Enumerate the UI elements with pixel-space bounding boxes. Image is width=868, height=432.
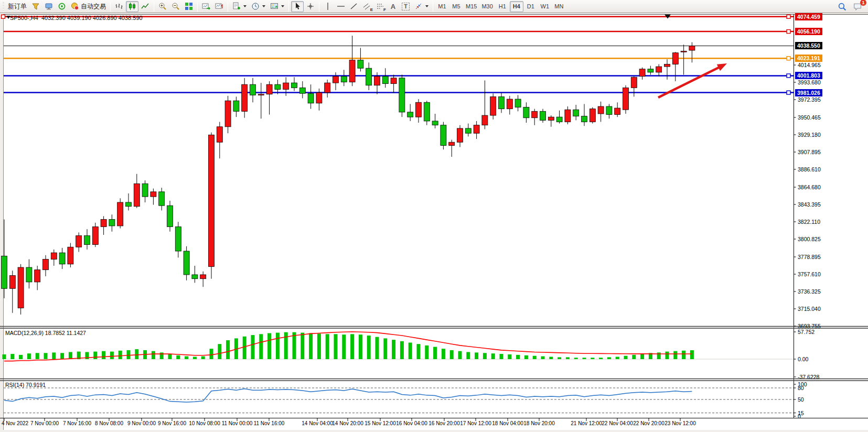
candlestick (316, 93, 322, 103)
channel-letter: E (370, 8, 373, 12)
history-button[interactable] (42, 1, 55, 12)
timeframe-m15[interactable]: M15 (464, 1, 479, 12)
timeframe-h1[interactable]: H1 (496, 1, 509, 12)
timeframe-w1[interactable]: W1 (538, 1, 552, 12)
templates-icon (270, 2, 278, 10)
candlestick (499, 96, 505, 109)
chart-symbol: SP500-,H4 (10, 15, 38, 21)
macd-histogram-bar (168, 354, 172, 359)
timeframe-m30[interactable]: M30 (479, 1, 495, 12)
candlestick (68, 247, 73, 264)
line-handle (787, 30, 790, 34)
timeframe-m1[interactable]: M1 (435, 1, 449, 12)
bar-chart-button[interactable] (113, 1, 125, 12)
macd-histogram-bar (549, 357, 553, 360)
candlestick (59, 253, 65, 264)
candlestick (606, 106, 612, 115)
line-handle (787, 91, 790, 94)
candlestick (532, 111, 538, 117)
macd-histogram-bar (293, 332, 296, 359)
dropdown-caret-icon (262, 5, 265, 7)
macd-histogram-bar (152, 351, 155, 359)
search-button[interactable] (835, 1, 849, 12)
macd-histogram-bar (466, 352, 470, 360)
candlestick (399, 78, 405, 112)
autotrading-button[interactable]: 自动交易 (69, 1, 108, 12)
candlestick (299, 88, 305, 93)
candlestick (416, 102, 422, 117)
trend-arrow-head (717, 63, 727, 71)
macd-histogram-bar (226, 340, 230, 359)
zoom-out-button[interactable] (169, 1, 182, 12)
cursor-button[interactable] (291, 1, 304, 12)
rsi-indicator-label: RSI(14) 70.9191 (5, 382, 46, 388)
auto-scroll-icon (202, 2, 210, 10)
candlestick (200, 275, 206, 279)
candlestick (556, 117, 562, 122)
macd-histogram-bar (259, 334, 263, 359)
experts-button[interactable] (29, 1, 42, 12)
toolbar-grip[interactable] (3, 2, 4, 11)
horizontal-line-button[interactable] (335, 1, 347, 12)
vertical-line-button[interactable] (322, 1, 334, 12)
macd-histogram-bar (119, 351, 122, 359)
notifications-button[interactable]: 1 (851, 1, 864, 12)
macd-histogram-bar (367, 336, 371, 359)
candlestick (233, 101, 239, 111)
macd-signal-line (4, 332, 692, 361)
macd-histogram-bar (317, 333, 321, 359)
macd-histogram-bar (524, 355, 528, 359)
macd-histogram-bar (558, 357, 561, 359)
macd-histogram-bar (607, 357, 611, 359)
fibonacci-button[interactable]: F (374, 1, 387, 12)
macd-histogram-bar (533, 356, 537, 359)
candlestick (382, 77, 388, 84)
macd-histogram-bar (376, 337, 379, 359)
macd-histogram-bar (392, 340, 395, 359)
trendline-button[interactable] (348, 1, 360, 12)
candlestick (615, 108, 620, 114)
periods-button[interactable] (249, 1, 267, 12)
macd-histogram-bar (632, 355, 636, 359)
text-button[interactable]: A (387, 1, 399, 12)
arrows-button[interactable] (412, 1, 431, 12)
candlestick (590, 109, 595, 122)
new-order-button[interactable]: 新订单 (6, 1, 29, 12)
candlestick (51, 253, 57, 259)
timeframe-h4[interactable]: H4 (510, 1, 523, 12)
horizontal-line-icon (337, 2, 345, 10)
timeframe-m5[interactable]: M5 (449, 1, 463, 12)
chart-shift-button[interactable] (213, 1, 226, 12)
chart-window[interactable]: SP500-,H4 4032.390 4039.190 4026.890 403… (0, 14, 868, 432)
candlestick (474, 125, 479, 134)
auto-scroll-button[interactable] (200, 1, 212, 12)
candlestick (523, 107, 529, 118)
macd-histogram-bar (483, 353, 487, 359)
equidistant-channel-button[interactable]: E (361, 1, 373, 12)
chart-shift-icon (215, 2, 223, 10)
crosshair-button[interactable] (304, 1, 317, 12)
chart-drawing[interactable] (0, 14, 868, 432)
candlestick (9, 275, 15, 288)
zoom-in-button[interactable] (156, 1, 169, 12)
timeframe-mn[interactable]: MN (552, 1, 566, 12)
signals-button[interactable] (56, 1, 68, 12)
chart-title: SP500-,H4 4032.390 4039.190 4026.890 403… (10, 15, 143, 21)
candlestick-chart-button[interactable] (126, 1, 138, 12)
macd-histogram-bar (350, 334, 354, 359)
macd-histogram-bar (442, 349, 445, 359)
macd-histogram-bar (3, 354, 6, 359)
text-label-button[interactable]: T (400, 1, 412, 12)
templates-button[interactable] (268, 1, 286, 12)
candlestick (167, 206, 173, 226)
tile-windows-button[interactable] (183, 1, 195, 12)
candlestick (482, 115, 488, 125)
new-chart-button[interactable] (230, 1, 249, 12)
macd-histogram-bar (36, 353, 39, 359)
candlestick (292, 83, 297, 88)
candlestick (672, 53, 678, 64)
line-chart-button[interactable] (139, 1, 152, 12)
line-handle (787, 57, 790, 60)
timeframe-d1[interactable]: D1 (524, 1, 538, 12)
macd-histogram-bar (640, 354, 644, 359)
